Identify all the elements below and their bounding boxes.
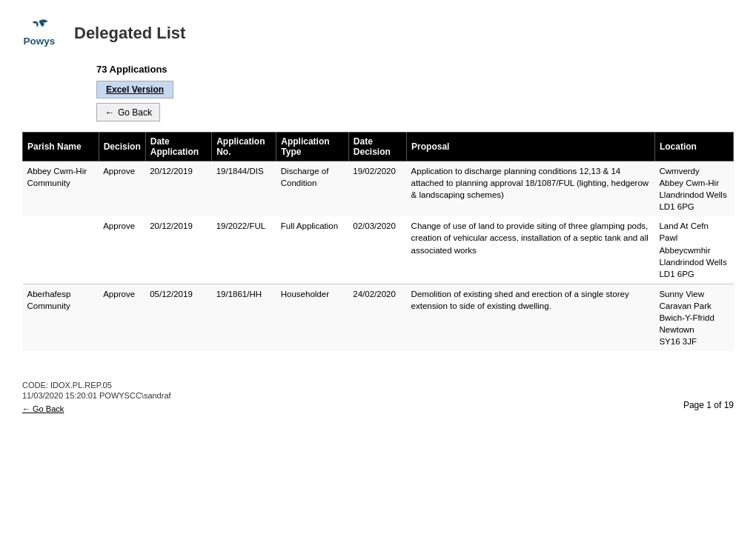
cell-app-no: 19/1844/DIS xyxy=(212,161,276,217)
table-row: Abbey Cwm-Hir Community Approve 20/12/20… xyxy=(23,161,734,217)
cell-app-type: Discharge of Condition xyxy=(276,161,349,217)
col-date-app: Date Application xyxy=(145,133,211,161)
cell-app-no: 19/2022/FUL xyxy=(212,216,276,284)
applications-table: Parish Name Decision Date Application Ap… xyxy=(22,132,734,351)
cell-app-no: 19/1861/HH xyxy=(212,284,276,351)
go-back-button-footer[interactable]: ← Go Back xyxy=(22,404,64,413)
cell-parish xyxy=(23,216,99,284)
go-back-button-top[interactable]: ← Go Back xyxy=(96,103,160,121)
cell-parish: Aberhafesp Community xyxy=(23,284,99,351)
cell-date-decision: 24/02/2020 xyxy=(348,284,406,351)
app-count: 73 Applications xyxy=(96,64,734,75)
footer-timestamp: 11/03/2020 15:20:01 POWYSCC\sandraf xyxy=(22,391,734,400)
cell-location: CwmverdyAbbey Cwm-HirLlandrindod WellsLD… xyxy=(654,161,733,217)
table-row: Aberhafesp Community Approve 05/12/2019 … xyxy=(23,284,734,351)
footer-code: CODE: IDOX.PL.REP.05 xyxy=(22,381,734,390)
col-app-no: Application No. xyxy=(212,133,276,161)
svg-text:Powys: Powys xyxy=(24,36,56,47)
cell-app-type: Full Application xyxy=(276,216,349,284)
cell-date-decision: 19/02/2020 xyxy=(348,161,406,217)
cell-parish: Abbey Cwm-Hir Community xyxy=(23,161,99,217)
page-number: Page 1 of 19 xyxy=(22,400,734,410)
table-row: Approve 20/12/2019 19/2022/FUL Full Appl… xyxy=(23,216,734,284)
cell-date-application: 20/12/2019 xyxy=(145,216,211,284)
back-arrow-icon: ← xyxy=(105,107,114,118)
cell-decision: Approve xyxy=(99,284,145,351)
col-date-dec: Date Decision xyxy=(348,133,406,161)
cell-proposal: Application to discharge planning condit… xyxy=(407,161,655,217)
col-proposal: Proposal xyxy=(407,133,655,161)
cell-date-application: 20/12/2019 xyxy=(145,161,211,217)
toolbar: Excel Version ← Go Back xyxy=(96,81,734,121)
cell-decision: Approve xyxy=(99,216,145,284)
cell-proposal: Demolition of existing shed and erection… xyxy=(407,284,655,351)
powys-logo: Powys xyxy=(22,15,67,52)
col-parish: Parish Name xyxy=(23,133,99,161)
cell-decision: Approve xyxy=(99,161,145,217)
cell-proposal: Change of use of land to provide siting … xyxy=(407,216,655,284)
col-decision: Decision xyxy=(99,133,145,161)
cell-location: Land At Cefn PawlAbbeycwmhirLlandrindod … xyxy=(654,216,733,284)
cell-date-application: 05/12/2019 xyxy=(145,284,211,351)
excel-version-button[interactable]: Excel Version xyxy=(96,81,173,99)
col-location: Location xyxy=(654,133,733,161)
cell-app-type: Householder xyxy=(276,284,349,351)
logo-container: Powys Delegated List xyxy=(22,15,185,52)
cell-date-decision: 02/03/2020 xyxy=(348,216,406,284)
page-title: Delegated List xyxy=(74,24,185,43)
col-app-type: Application Type xyxy=(276,133,349,161)
table-header-row: Parish Name Decision Date Application Ap… xyxy=(23,133,734,161)
footer-back-arrow-icon: ← xyxy=(22,404,30,413)
cell-location: Sunny View Caravan ParkBwich-Y-FfriddNew… xyxy=(654,284,733,351)
page-header: Powys Delegated List xyxy=(22,15,734,52)
